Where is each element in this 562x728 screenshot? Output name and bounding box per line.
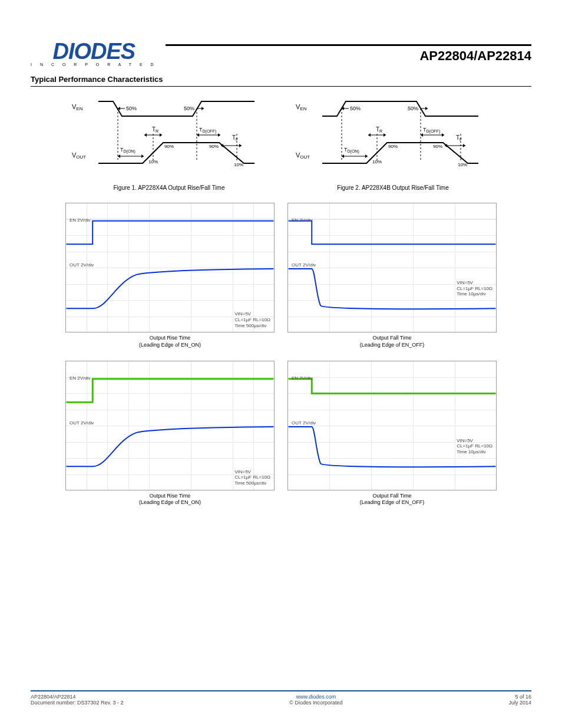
- svg-text:90%: 90%: [433, 144, 442, 149]
- cond-line: CL=1µF RL=10Ω: [234, 317, 270, 323]
- footer-link[interactable]: www.diodes.com: [296, 694, 336, 700]
- scope-out-label: OUT 2V/div: [70, 262, 94, 268]
- scope-out-label: OUT 2V/div: [292, 262, 316, 268]
- caption-sub: (Leading Edge of EN_ON): [139, 499, 201, 506]
- footer-docnum: Document number: DS37302 Rev. 3 - 2: [31, 700, 123, 706]
- svg-text:50%: 50%: [184, 106, 194, 111]
- svg-text:TD(OFF): TD(OFF): [199, 127, 216, 134]
- cond-line: VIN=5V: [457, 280, 492, 286]
- scope-fall-1: EN 2V/div OUT 2V/div VIN=5V CL=1µF RL=10…: [287, 203, 497, 348]
- svg-text:90%: 90%: [164, 144, 174, 149]
- svg-text:TR: TR: [152, 126, 158, 133]
- svg-text:VEN: VEN: [72, 103, 83, 111]
- scope-caption: Output Fall Time (Leading Edge of EN_OFF…: [287, 335, 497, 348]
- svg-text:VOUT: VOUT: [72, 151, 86, 160]
- cond-line: CL=1µF RL=10Ω: [457, 443, 492, 449]
- scope-en-label: EN 2V/div: [292, 218, 313, 223]
- svg-text:TR: TR: [376, 126, 382, 133]
- svg-text:10%: 10%: [234, 162, 243, 167]
- scope-plot: EN 2V/div OUT 2V/div VIN=5V CL=1µF RL=10…: [287, 361, 497, 490]
- footer-center: www.diodes.com © Diodes Incorporated: [123, 694, 508, 706]
- svg-text:50%: 50%: [350, 106, 361, 111]
- svg-text:TD(ON): TD(ON): [120, 147, 135, 154]
- page-footer: AP22804/AP22814 Document number: DS37302…: [31, 690, 531, 706]
- svg-text:TF: TF: [232, 134, 238, 141]
- scope-plot: EN 2V/div OUT 2V/div VIN=5V CL=1µF RL=10…: [65, 361, 275, 490]
- scope-en-label: EN 2V/div: [70, 375, 91, 381]
- svg-text:TD(OFF): TD(OFF): [423, 127, 440, 134]
- logo-subtext: I N C O R P O R A T E D: [31, 62, 157, 67]
- scope-row-1: EN 2V/div OUT 2V/div VIN=5V CL=1µF RL=10…: [31, 203, 531, 348]
- section-title: Typical Performance Characteristics: [31, 75, 531, 84]
- cond-line: Time 10µs/div: [457, 449, 492, 455]
- svg-text:VOUT: VOUT: [296, 151, 310, 160]
- scope-plot: EN 2V/div OUT 2V/div VIN=5V CL=1µF RL=10…: [65, 203, 275, 332]
- scope-caption: Output Fall Time (Leading Edge of EN_OFF…: [287, 493, 497, 506]
- svg-text:TD(ON): TD(ON): [344, 147, 359, 154]
- section-rule: [31, 86, 531, 87]
- scope-rise-2: EN 2V/div OUT 2V/div VIN=5V CL=1µF RL=10…: [65, 361, 275, 506]
- cond-line: Time 500µs/div: [234, 323, 270, 329]
- footer-copyright: © Diodes Incorporated: [289, 700, 342, 706]
- timing-figure-b: VEN 50% 50% VOUT 10% 90% 90% 10% TR TD(O…: [290, 93, 496, 191]
- caption-sub: (Leading Edge of EN_OFF): [360, 342, 425, 349]
- diodes-logo: DIODES I N C O R P O R A T E D: [31, 41, 157, 67]
- cond-line: VIN=5V: [234, 311, 270, 317]
- scope-en-label: EN 2V/div: [70, 218, 91, 223]
- logo-text: DIODES: [52, 41, 135, 61]
- svg-text:50%: 50%: [408, 106, 418, 111]
- caption-title: Output Fall Time: [372, 493, 411, 500]
- svg-text:90%: 90%: [388, 144, 398, 149]
- scope-out-label: OUT 2V/div: [292, 420, 316, 426]
- footer-left: AP22804/AP22814 Document number: DS37302…: [31, 694, 123, 706]
- caption-sub: (Leading Edge of EN_ON): [139, 342, 201, 349]
- scope-row-2: EN 2V/div OUT 2V/div VIN=5V CL=1µF RL=10…: [31, 361, 531, 506]
- footer-page: 5 of 16: [508, 694, 531, 700]
- timing-diagrams-row: VEN 50% 50% VOUT 10% 90% 90% 10% TR: [31, 93, 531, 191]
- timing-caption-a: Figure 1. AP228X4A Output Rise/Fall Time: [66, 185, 272, 191]
- caption-title: Output Rise Time: [150, 493, 191, 500]
- scope-en-label: EN 2V/div: [292, 375, 313, 381]
- timing-caption-b: Figure 2. AP228X4B Output Rise/Fall Time: [290, 185, 496, 191]
- cond-line: Time 10µs/div: [457, 291, 492, 297]
- cond-line: CL=1µF RL=10Ω: [234, 475, 270, 480]
- scope-fall-2: EN 2V/div OUT 2V/div VIN=5V CL=1µF RL=10…: [287, 361, 497, 506]
- svg-text:TF: TF: [456, 134, 462, 141]
- scope-conditions: VIN=5V CL=1µF RL=10Ω Time 500µs/div: [234, 311, 270, 328]
- scope-conditions: VIN=5V CL=1µF RL=10Ω Time 500µs/div: [234, 469, 270, 486]
- caption-sub: (Leading Edge of EN_OFF): [360, 499, 425, 506]
- svg-text:50%: 50%: [126, 106, 137, 111]
- caption-title: Output Rise Time: [150, 335, 191, 342]
- svg-text:10%: 10%: [148, 159, 158, 164]
- part-number: AP22804/AP22814: [419, 48, 531, 64]
- header-rule: [166, 44, 531, 46]
- scope-conditions: VIN=5V CL=1µF RL=10Ω Time 10µs/div: [457, 280, 492, 297]
- scope-caption: Output Rise Time (Leading Edge of EN_ON): [65, 335, 275, 348]
- svg-text:VEN: VEN: [296, 103, 307, 111]
- caption-title: Output Fall Time: [372, 335, 411, 342]
- scope-out-label: OUT 2V/div: [70, 420, 94, 426]
- cond-line: Time 500µs/div: [234, 480, 270, 486]
- scope-conditions: VIN=5V CL=1µF RL=10Ω Time 10µs/div: [457, 438, 492, 455]
- scope-rise-1: EN 2V/div OUT 2V/div VIN=5V CL=1µF RL=10…: [65, 203, 275, 348]
- cond-line: VIN=5V: [457, 438, 492, 444]
- footer-part: AP22804/AP22814: [31, 694, 123, 700]
- svg-text:90%: 90%: [209, 144, 219, 149]
- footer-right: 5 of 16 July 2014: [508, 694, 531, 706]
- scope-plot: EN 2V/div OUT 2V/div VIN=5V CL=1µF RL=10…: [287, 203, 497, 332]
- timing-figure-a: VEN 50% 50% VOUT 10% 90% 90% 10% TR: [66, 93, 272, 191]
- timing-svg-b: VEN 50% 50% VOUT 10% 90% 90% 10% TR TD(O…: [290, 93, 496, 181]
- header-right: AP22804/AP22814: [166, 44, 531, 64]
- timing-svg-a: VEN 50% 50% VOUT 10% 90% 90% 10% TR: [66, 93, 272, 181]
- svg-text:10%: 10%: [458, 162, 467, 167]
- page-header: DIODES I N C O R P O R A T E D AP22804/A…: [31, 41, 531, 67]
- cond-line: CL=1µF RL=10Ω: [457, 286, 492, 292]
- cond-line: VIN=5V: [234, 469, 270, 475]
- scope-caption: Output Rise Time (Leading Edge of EN_ON): [65, 493, 275, 506]
- footer-date: July 2014: [508, 700, 531, 706]
- svg-text:10%: 10%: [372, 159, 382, 164]
